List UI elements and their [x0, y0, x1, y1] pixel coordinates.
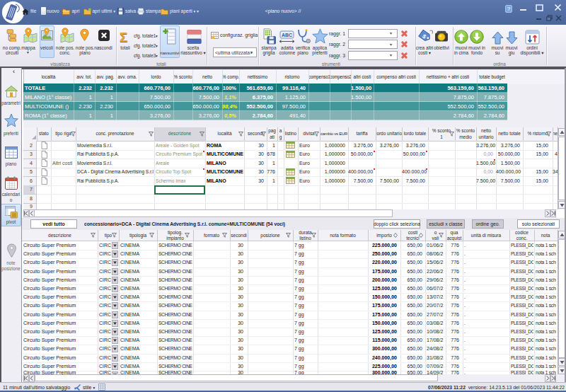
svg-text:?: ? — [507, 6, 511, 12]
svg-text:ABC: ABC — [282, 33, 292, 38]
